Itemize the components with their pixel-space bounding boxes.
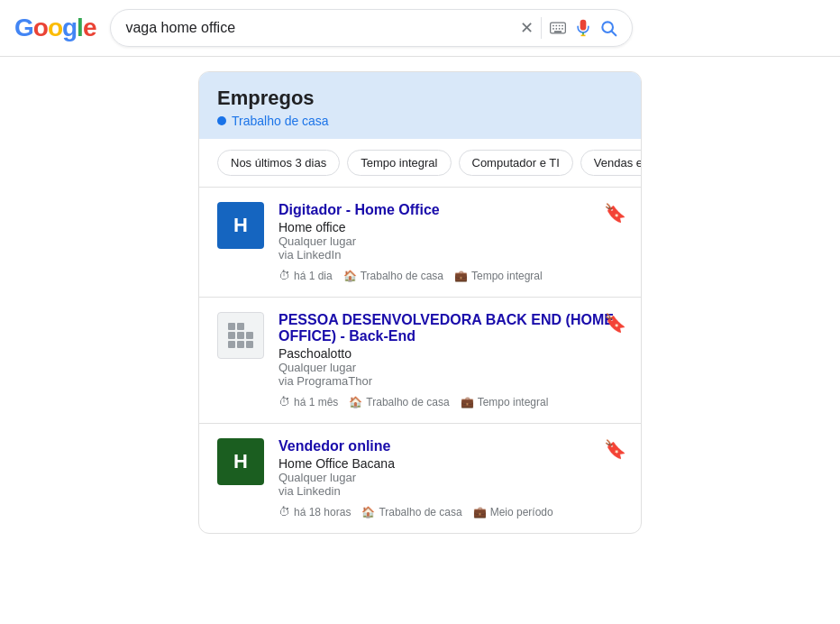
filter-chip-2[interactable]: Computador e TI	[459, 150, 573, 176]
job-location-1: Qualquer lugar	[278, 361, 623, 374]
jobs-header: Empregos Trabalho de casa	[199, 72, 641, 139]
jobs-subtitle: Trabalho de casa	[217, 114, 623, 128]
svg-rect-4	[562, 25, 564, 27]
filter-chip-1[interactable]: Tempo integral	[347, 150, 451, 176]
job-meta-contract-2: Meio período	[473, 506, 553, 518]
microphone-icon[interactable]	[574, 19, 592, 37]
job-meta-2: há 18 horas Trabalho de casa Meio períod…	[278, 505, 623, 518]
svg-rect-7	[559, 28, 561, 30]
clear-search-icon[interactable]: ✕	[520, 20, 534, 36]
svg-rect-3	[559, 25, 561, 27]
svg-rect-6	[556, 28, 558, 30]
job-listing-0: H Digitador - Home Office Home office Qu…	[199, 188, 641, 298]
job-via-2: via Linkedin	[278, 484, 623, 498]
job-info-2: Vendedor online Home Office Bacana Qualq…	[278, 438, 623, 518]
search-input[interactable]	[125, 20, 513, 36]
job-meta-time-0: há 1 dia	[278, 269, 333, 282]
header: Google ✕	[0, 0, 840, 57]
job-company-2: Home Office Bacana	[278, 456, 623, 471]
main-content: Empregos Trabalho de casa Nos últimos 3 …	[0, 57, 840, 548]
job-location-0: Qualquer lugar	[278, 234, 623, 248]
bookmark-button-2[interactable]: 🔖	[604, 438, 626, 460]
briefcase-icon-2	[473, 506, 487, 518]
house-icon-1	[349, 396, 362, 408]
job-meta-time-2: há 18 horas	[278, 505, 351, 518]
jobs-panel: Empregos Trabalho de casa Nos últimos 3 …	[198, 71, 642, 534]
keyboard-icon[interactable]	[549, 19, 567, 37]
filter-chip-3[interactable]: Vendas e varejo	[580, 150, 641, 176]
filter-chips: Nos últimos 3 dias Tempo integral Comput…	[199, 139, 641, 188]
bookmark-button-0[interactable]: 🔖	[604, 202, 626, 224]
search-bar[interactable]: ✕	[110, 9, 633, 47]
job-company-1: Paschoalotto	[278, 346, 623, 361]
clock-icon-1	[278, 395, 290, 408]
job-via-1: via ProgramaThor	[278, 374, 623, 388]
job-meta-contract-0: Tempo integral	[454, 270, 543, 282]
briefcase-icon-0	[454, 270, 468, 282]
bookmark-button-1[interactable]: 🔖	[604, 312, 626, 334]
svg-rect-1	[553, 25, 555, 27]
house-icon-2	[361, 506, 375, 518]
job-info-1: PESSOA DESENVOLVEDORA BACK END (HOME OFF…	[278, 312, 623, 408]
job-listing-1: PESSOA DESENVOLVEDORA BACK END (HOME OFF…	[199, 298, 641, 424]
svg-rect-9	[554, 31, 562, 32]
job-location-2: Qualquer lugar	[278, 471, 623, 484]
job-meta-worktype-0: Trabalho de casa	[343, 270, 443, 282]
svg-rect-8	[562, 28, 564, 30]
job-meta-time-1: há 1 mês	[278, 395, 338, 408]
job-meta-worktype-2: Trabalho de casa	[361, 506, 461, 518]
house-icon-0	[343, 270, 357, 282]
google-logo: Google	[14, 14, 96, 42]
building-grid-icon	[228, 323, 253, 348]
job-logo-1	[217, 312, 264, 359]
jobs-title: Empregos	[217, 87, 623, 110]
svg-rect-2	[556, 25, 558, 27]
search-icon[interactable]	[599, 19, 617, 37]
job-meta-1: há 1 mês Trabalho de casa Tempo integral	[278, 395, 623, 408]
job-company-0: Home office	[278, 220, 623, 234]
job-info-0: Digitador - Home Office Home office Qual…	[278, 202, 623, 282]
blue-dot	[217, 116, 226, 125]
job-logo-2: H	[217, 438, 264, 485]
jobs-subtitle-text: Trabalho de casa	[232, 114, 329, 128]
clock-icon-0	[278, 269, 290, 282]
search-divider	[541, 17, 542, 39]
job-title-2[interactable]: Vendedor online	[278, 438, 623, 454]
briefcase-icon-1	[461, 396, 474, 408]
job-meta-worktype-1: Trabalho de casa	[349, 396, 449, 408]
job-title-0[interactable]: Digitador - Home Office	[278, 202, 623, 218]
job-title-1[interactable]: PESSOA DESENVOLVEDORA BACK END (HOME OFF…	[278, 312, 623, 344]
job-meta-0: há 1 dia Trabalho de casa Tempo integral	[278, 269, 623, 282]
job-via-0: via LinkedIn	[278, 248, 623, 262]
job-listing-2: H Vendedor online Home Office Bacana Qua…	[199, 424, 641, 533]
svg-rect-5	[553, 28, 555, 30]
clock-icon-2	[278, 505, 290, 518]
svg-line-13	[612, 32, 616, 36]
job-meta-contract-1: Tempo integral	[461, 396, 549, 408]
filter-chip-0[interactable]: Nos últimos 3 dias	[217, 150, 340, 176]
job-logo-0: H	[217, 202, 264, 249]
